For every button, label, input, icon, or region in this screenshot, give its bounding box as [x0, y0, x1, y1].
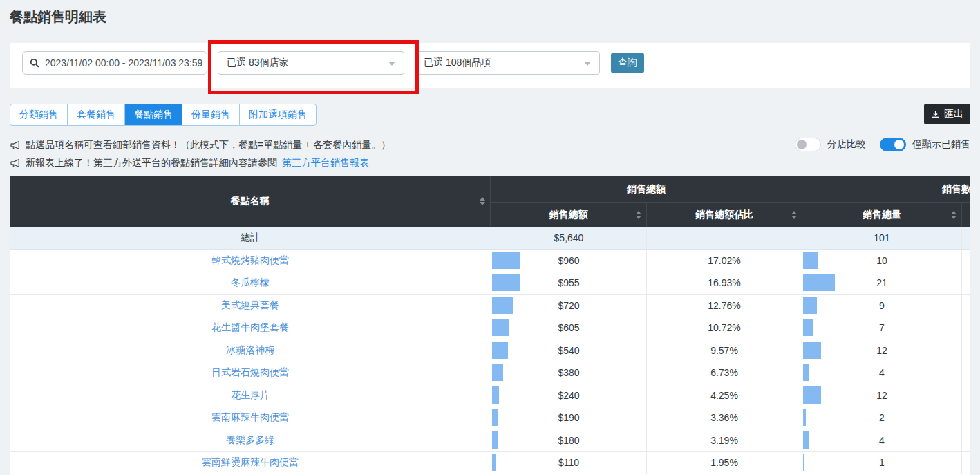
table-row: 雲南鮮燙麻辣牛肉便當$1101.95%1 [10, 452, 970, 475]
query-button[interactable]: 查詢 [611, 53, 644, 73]
item-name-link[interactable]: 雲南鮮燙麻辣牛肉便當 [202, 456, 299, 469]
qty-value: 21 [876, 277, 887, 288]
date-range-input[interactable]: 2023/11/02 00:00 - 2023/11/03 23:59 [22, 51, 207, 75]
share-cell: 3.19% [646, 429, 802, 451]
qty-bar [803, 274, 835, 292]
sub-header-row: 銷售總額 銷售總額佔比 銷售總量 [491, 202, 970, 227]
qty-bar [803, 319, 813, 337]
amount-value: $110 [558, 457, 579, 468]
export-button[interactable]: 匯出 [924, 104, 970, 124]
item-name-link[interactable]: 美式經典套餐 [221, 299, 279, 312]
qty-value: 1 [879, 457, 885, 468]
clipped-cell [961, 407, 970, 429]
amount-bar [492, 319, 509, 337]
item-name-cell: 冰糖洛神梅 [10, 339, 491, 362]
share-cell: 3.36% [646, 407, 802, 429]
notice-text: 點選品項名稱可查看細部銷售資料！（此模式下，餐點=單點銷量 + 各套餐內銷量。） [26, 139, 390, 151]
column-header-meal-name[interactable]: 餐點名稱 [10, 176, 491, 226]
amount-cell: $960 [491, 250, 646, 272]
share-value: 6.73% [710, 367, 738, 378]
qty-value: 12 [876, 390, 887, 401]
table-row: 花生厚片$2404.25%12 [10, 384, 970, 407]
tab-combo-sales[interactable]: 套餐銷售 [67, 104, 124, 125]
only-sold-toggle[interactable] [880, 138, 906, 151]
item-name-cell: 雲南鮮燙麻辣牛肉便當 [10, 452, 491, 474]
item-name-link[interactable]: 養樂多多綠 [226, 434, 274, 447]
store-dropdown-value: 已選 83個店家 [227, 57, 288, 69]
item-name-link[interactable]: 韓式燒烤豬肉便當 [211, 254, 289, 267]
toggle-knob [797, 140, 807, 149]
amount-bar [492, 454, 496, 472]
sort-icon[interactable] [480, 197, 485, 205]
total-row: 總計 $5,640 101 [10, 227, 970, 250]
qty-value: 4 [879, 435, 885, 446]
clipped-cell [961, 384, 970, 407]
item-name-cell: 雲南麻辣牛肉便當 [10, 407, 491, 429]
sort-icon[interactable] [636, 211, 641, 219]
tab-addon-sales[interactable]: 附加選項銷售 [239, 104, 316, 125]
column-header-total-qty[interactable]: 銷售總量 [802, 203, 961, 227]
megaphone-icon [10, 140, 21, 151]
share-cell: 6.73% [646, 362, 802, 384]
qty-cell: 9 [802, 295, 961, 317]
item-name-cell: 日式岩石燒肉便當 [10, 362, 491, 384]
amount-bar [492, 342, 508, 359]
table-row: 日式岩石燒肉便當$3806.73%4 [10, 362, 970, 385]
amount-value: $190 [558, 412, 579, 423]
sort-icon[interactable] [791, 211, 797, 219]
share-cell: 1.95% [646, 452, 802, 474]
qty-bar [803, 431, 809, 449]
column-header-amount-share[interactable]: 銷售總額佔比 [646, 203, 802, 227]
share-value: 17.02% [708, 255, 740, 266]
third-party-report-link[interactable]: 第三方平台銷售報表 [282, 157, 369, 169]
notice-line-2: 新報表上線了！第三方外送平台的餐點銷售詳細內容請參閱第三方平台銷售報表 [10, 154, 390, 172]
only-sold-label: 僅顯示已銷售 [912, 138, 970, 151]
column-header-amount[interactable]: 銷售總額 [491, 203, 646, 227]
chevron-down-icon [388, 62, 395, 66]
share-value: 3.19% [710, 435, 738, 446]
notice-line-1: 點選品項名稱可查看細部銷售資料！（此模式下，餐點=單點銷量 + 各套餐內銷量。） [10, 136, 390, 154]
column-header-label: 銷售總量 [863, 209, 901, 221]
item-dropdown[interactable]: 已選 108個品項 [415, 51, 600, 75]
qty-cell: 12 [802, 384, 961, 407]
table-row: 韓式燒烤豬肉便當$96017.02%10 [10, 250, 970, 272]
qty-value: 9 [879, 300, 885, 311]
notice-text: 新報表上線了！第三方外送平台的餐點銷售詳細內容請參閱 [26, 157, 277, 169]
column-header-label: 銷售總額 [549, 209, 588, 221]
qty-value: 7 [879, 322, 885, 333]
share-cell: 9.57% [646, 339, 802, 362]
megaphone-icon [10, 158, 21, 169]
item-name-cell: 韓式燒烤豬肉便當 [10, 250, 491, 272]
store-dropdown[interactable]: 已選 83個店家 [218, 51, 404, 75]
qty-bar [803, 297, 817, 314]
sort-icon[interactable] [951, 211, 957, 219]
share-cell: 12.76% [646, 295, 802, 317]
branch-compare-toggle[interactable] [795, 138, 821, 151]
item-name-link[interactable]: 冰糖洛神梅 [226, 344, 274, 357]
total-label-cell: 總計 [10, 227, 491, 249]
amount-cell: $605 [491, 317, 646, 339]
tab-portion-sales[interactable]: 份量銷售 [182, 104, 239, 125]
item-name-link[interactable]: 冬瓜檸檬 [231, 277, 270, 289]
share-value: 12.76% [708, 300, 740, 311]
qty-bar [803, 454, 804, 472]
amount-bar [492, 252, 520, 269]
qty-cell: 1 [802, 452, 961, 474]
amount-cell: $180 [491, 429, 646, 451]
table-row: 雲南麻辣牛肉便當$1903.36%2 [10, 407, 970, 430]
item-name-link[interactable]: 花生厚片 [231, 389, 270, 402]
item-name-link[interactable]: 雲南麻辣牛肉便當 [211, 411, 289, 424]
item-name-link[interactable]: 花生醬牛肉堡套餐 [211, 322, 289, 334]
share-cell: 10.72% [646, 317, 802, 339]
item-name-link[interactable]: 日式岩石燒肉便當 [211, 366, 289, 379]
item-name-cell: 花生厚片 [10, 384, 491, 407]
tab-category-sales[interactable]: 分類銷售 [10, 104, 67, 125]
share-value: 4.25% [710, 390, 738, 401]
column-header-clipped [961, 203, 970, 227]
clipped-cell [961, 295, 970, 317]
share-cell: 16.93% [646, 272, 802, 295]
qty-value: 2 [879, 412, 885, 423]
tab-meal-sales[interactable]: 餐點銷售 [124, 104, 182, 125]
qty-value: 4 [879, 367, 885, 378]
qty-cell: 12 [802, 339, 961, 362]
